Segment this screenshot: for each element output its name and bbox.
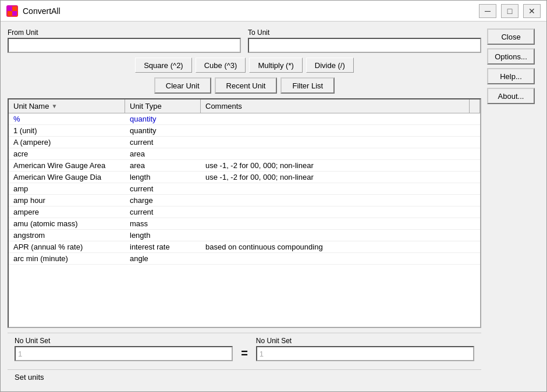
cell-name: angstrom	[9, 230, 125, 241]
table-row[interactable]: ampere current	[9, 206, 480, 218]
title-bar-left: ConvertAll	[6, 5, 61, 17]
to-result-input[interactable]	[256, 346, 474, 361]
clear-unit-button[interactable]: Clear Unit	[154, 77, 211, 94]
cell-name: acre	[9, 148, 125, 159]
cell-type: current	[125, 206, 201, 218]
cell-name: APR (annual % rate)	[9, 241, 125, 252]
cell-comments	[201, 253, 480, 264]
cell-comments	[201, 195, 480, 206]
cell-type: interest rate	[125, 241, 201, 252]
cube-button[interactable]: Cube (^3)	[196, 58, 246, 73]
recent-unit-button[interactable]: Recent Unit	[215, 77, 278, 94]
main-content: From Unit To Unit Square (^2) Cube (^3) …	[1, 22, 546, 391]
cell-name: 1 (unit)	[9, 125, 125, 136]
to-result-group: No Unit Set	[256, 337, 474, 361]
cell-name: arc min (minute)	[9, 253, 125, 264]
cell-type: length	[125, 172, 201, 183]
table-row[interactable]: amp current	[9, 183, 480, 195]
table-row[interactable]: amu (atomic mass) mass	[9, 218, 480, 230]
cell-type: length	[125, 230, 201, 241]
cell-name: ampere	[9, 206, 125, 218]
right-panel: Close Options... Help... About...	[487, 28, 539, 384]
square-button[interactable]: Square (^2)	[135, 58, 192, 73]
cell-type: charge	[125, 195, 201, 206]
from-result-input[interactable]	[15, 346, 233, 361]
close-window-button[interactable]: ✕	[523, 4, 541, 18]
from-unit-group: From Unit	[8, 28, 241, 53]
col-header-comments[interactable]: Comments	[201, 99, 470, 113]
table-row[interactable]: acre area	[9, 148, 480, 160]
cell-comments	[201, 113, 480, 124]
app-title: ConvertAll	[23, 6, 61, 16]
cell-type: quantity	[125, 113, 201, 124]
table-body[interactable]: % quantity 1 (unit) quantity A (ampere) …	[9, 113, 480, 327]
cell-name: American Wire Gauge Dia	[9, 172, 125, 183]
action-buttons: Clear Unit Recent Unit Filter List	[8, 77, 481, 94]
cell-name: amp hour	[9, 195, 125, 206]
about-button[interactable]: About...	[487, 88, 535, 104]
minimize-button[interactable]: ─	[479, 4, 496, 18]
cell-comments: use -1, -2 for 00, 000; non-linear	[201, 172, 480, 183]
help-button[interactable]: Help...	[487, 68, 535, 84]
cell-name: %	[9, 113, 125, 124]
table-row[interactable]: arc min (minute) angle	[9, 253, 480, 265]
to-unit-input[interactable]	[248, 38, 481, 53]
multiply-button[interactable]: Multiply (*)	[249, 58, 302, 73]
table-header: Unit Name ▼ Unit Type Comments	[9, 99, 480, 113]
col-header-name[interactable]: Unit Name ▼	[9, 99, 125, 113]
table-row[interactable]: angstrom length	[9, 230, 480, 241]
left-panel: From Unit To Unit Square (^2) Cube (^3) …	[8, 28, 481, 384]
col-header-scroll	[470, 99, 480, 113]
cell-comments	[201, 148, 480, 159]
cell-comments	[201, 230, 480, 241]
table-row[interactable]: amp hour charge	[9, 195, 480, 206]
svg-rect-3	[12, 11, 17, 16]
from-unit-label: From Unit	[8, 28, 241, 37]
cell-type: current	[125, 137, 201, 148]
main-window: ConvertAll ─ □ ✕ From Unit To Unit	[0, 0, 547, 392]
title-bar-controls: ─ □ ✕	[479, 4, 541, 18]
app-icon	[6, 5, 18, 17]
cell-type: area	[125, 148, 201, 159]
set-units-bar: Set units	[8, 369, 481, 384]
cell-comments	[201, 218, 480, 229]
from-unit-input[interactable]	[8, 38, 241, 53]
table-row[interactable]: A (ampere) current	[9, 137, 480, 148]
cell-name: amu (atomic mass)	[9, 218, 125, 229]
svg-rect-1	[12, 6, 17, 11]
title-bar: ConvertAll ─ □ ✕	[1, 1, 546, 22]
table-row[interactable]: % quantity	[9, 113, 480, 125]
inputs-row: From Unit To Unit	[8, 28, 481, 53]
filter-list-button[interactable]: Filter List	[280, 77, 335, 94]
cell-type: mass	[125, 218, 201, 229]
table-row[interactable]: 1 (unit) quantity	[9, 125, 480, 137]
divide-button[interactable]: Divide (/)	[306, 58, 354, 73]
cell-type: quantity	[125, 125, 201, 136]
table-row[interactable]: American Wire Gauge Area area use -1, -2…	[9, 160, 480, 172]
to-unit-label: To Unit	[248, 28, 481, 37]
cell-comments	[201, 206, 480, 218]
cell-name: American Wire Gauge Area	[9, 160, 125, 171]
to-unit-group: To Unit	[248, 28, 481, 53]
cell-comments: use -1, -2 for 00, 000; non-linear	[201, 160, 480, 171]
cell-type: current	[125, 183, 201, 194]
options-button[interactable]: Options...	[487, 48, 535, 65]
cell-comments	[201, 137, 480, 148]
bottom-section: No Unit Set = No Unit Set	[8, 333, 481, 365]
close-button[interactable]: Close	[487, 28, 535, 45]
cell-comments	[201, 183, 480, 194]
cell-comments	[201, 125, 480, 136]
maximize-button[interactable]: □	[501, 4, 518, 18]
cell-type: angle	[125, 253, 201, 264]
cell-name: amp	[9, 183, 125, 194]
modifier-buttons: Square (^2) Cube (^3) Multiply (*) Divid…	[8, 58, 481, 73]
svg-rect-0	[8, 6, 12, 11]
from-result-label: No Unit Set	[15, 337, 233, 345]
table-row[interactable]: American Wire Gauge Dia length use -1, -…	[9, 172, 480, 183]
cell-name: A (ampere)	[9, 137, 125, 148]
cell-type: area	[125, 160, 201, 171]
equals-sign: =	[239, 347, 250, 360]
col-header-type[interactable]: Unit Type	[125, 99, 201, 113]
from-result-group: No Unit Set	[15, 337, 233, 361]
table-row[interactable]: APR (annual % rate) interest rate based …	[9, 241, 480, 253]
